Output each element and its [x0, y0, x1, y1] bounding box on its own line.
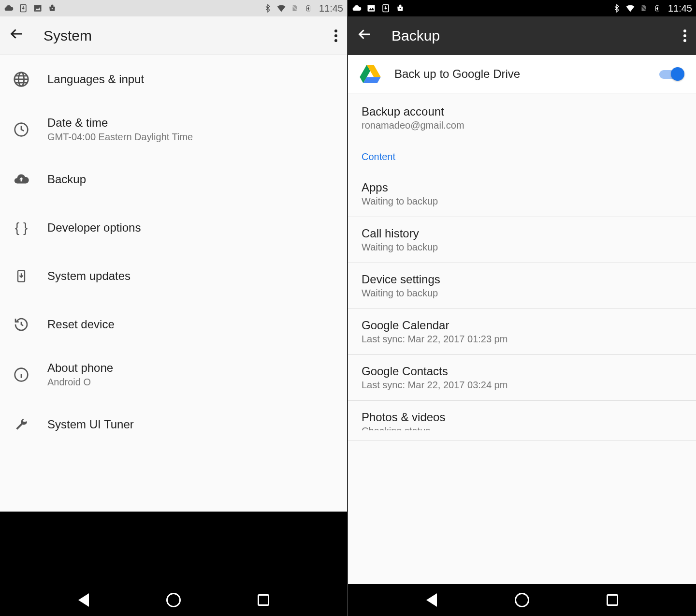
nav-home-button[interactable] [513, 591, 531, 609]
statusbar: 11:45 [0, 0, 347, 16]
cloud-icon [352, 3, 362, 13]
content-title: Photos & videos [362, 411, 682, 424]
phone-system: 11:45 System Languages & input Date & ti… [0, 0, 348, 616]
item-label: Reset device [47, 318, 115, 331]
content-item-google-contacts[interactable]: Google Contacts Last sync: Mar 22, 2017 … [348, 355, 696, 401]
item-label: System UI Tuner [47, 418, 134, 431]
drive-backup-switch[interactable] [657, 67, 684, 81]
item-label: About phone [47, 361, 113, 375]
svg-rect-1 [34, 5, 42, 11]
nav-back-button[interactable] [75, 591, 92, 609]
svg-marker-6 [307, 7, 309, 11]
page-title: System [44, 28, 334, 44]
toolbar: System [0, 16, 347, 55]
item-developer-options[interactable]: { } Developer options [0, 204, 347, 252]
item-languages-input[interactable]: Languages & input [0, 55, 347, 103]
no-sim-icon [639, 3, 649, 13]
content-title: Call history [362, 227, 682, 240]
wifi-icon [625, 3, 635, 13]
item-label: Developer options [47, 221, 141, 235]
restore-icon [10, 313, 33, 336]
navbar [348, 584, 696, 616]
overflow-menu-button[interactable] [334, 29, 337, 42]
page-title: Backup [392, 28, 683, 44]
item-label: Languages & input [47, 73, 144, 86]
content-item-google-calendar[interactable]: Google Calendar Last sync: Mar 22, 2017 … [348, 309, 696, 355]
nav-back-button[interactable] [423, 591, 440, 609]
svg-rect-17 [656, 5, 658, 6]
content-title: Device settings [362, 273, 682, 286]
content-section-header: Content [348, 143, 696, 171]
wifi-icon [276, 3, 286, 13]
content-sub: Last sync: Mar 22, 2017 03:24 pm [362, 380, 682, 391]
content-sub: Waiting to backup [362, 242, 682, 253]
backup-account-row[interactable]: Backup account ronamadeo@gmail.com [348, 93, 696, 143]
item-label: Backup [47, 173, 86, 186]
statusbar: 11:45 [348, 0, 696, 16]
status-time: 11:45 [319, 3, 343, 14]
overflow-menu-button[interactable] [683, 29, 686, 42]
store-icon [395, 3, 405, 13]
backup-account-email: ronamadeo@gmail.com [362, 120, 682, 131]
back-button[interactable] [358, 27, 372, 45]
item-sub: Android O [47, 377, 113, 388]
content-sub: Waiting to backup [362, 196, 682, 207]
info-icon [10, 363, 33, 386]
drive-backup-row[interactable]: Back up to Google Drive [348, 55, 696, 93]
nav-recents-button[interactable] [604, 591, 621, 609]
svg-rect-12 [368, 5, 375, 11]
status-time: 11:45 [668, 3, 692, 14]
store-icon [47, 3, 57, 13]
download-icon [18, 3, 28, 13]
back-button[interactable] [10, 27, 24, 44]
nav-recents-button[interactable] [255, 591, 272, 609]
download-icon [381, 3, 391, 13]
phone-down-icon [10, 264, 33, 288]
item-about-phone[interactable]: About phoneAndroid O [0, 349, 347, 400]
content-item-device-settings[interactable]: Device settings Waiting to backup [348, 263, 696, 309]
item-label: System updates [47, 269, 130, 283]
clock-icon [10, 118, 33, 141]
item-reset-device[interactable]: Reset device [0, 300, 347, 349]
image-icon [366, 3, 376, 13]
item-date-time[interactable]: Date & timeGMT-04:00 Eastern Daylight Ti… [0, 103, 347, 155]
navbar [0, 584, 347, 616]
item-system-ui-tuner[interactable]: System UI Tuner [0, 400, 347, 449]
content-sub: Checking status [362, 425, 682, 430]
braces-icon: { } [10, 216, 33, 239]
wrench-icon [10, 413, 33, 436]
content-item-photos-videos[interactable]: Photos & videos Checking status [348, 401, 696, 440]
content-sub: Last sync: Mar 22, 2017 01:23 pm [362, 334, 682, 345]
toolbar: Backup [348, 16, 696, 55]
content-item-apps[interactable]: Apps Waiting to backup [348, 171, 696, 217]
item-sub: GMT-04:00 Eastern Daylight Time [47, 132, 193, 143]
item-label: Date & time [47, 116, 193, 130]
svg-rect-5 [307, 5, 309, 6]
content-title: Apps [362, 181, 682, 194]
item-system-updates[interactable]: System updates [0, 252, 347, 300]
drive-backup-label: Back up to Google Drive [394, 67, 657, 81]
cloud-icon [4, 3, 14, 13]
backup-account-label: Backup account [362, 105, 682, 118]
battery-icon [652, 3, 662, 13]
battery-icon [304, 3, 313, 13]
google-drive-icon [360, 65, 381, 83]
bluetooth-icon [612, 3, 622, 13]
svg-marker-18 [656, 7, 658, 11]
content-item-call-history[interactable]: Call history Waiting to backup [348, 217, 696, 263]
no-sim-icon [290, 3, 300, 13]
system-list[interactable]: Languages & input Date & timeGMT-04:00 E… [0, 55, 347, 512]
globe-icon [10, 68, 33, 91]
item-backup[interactable]: Backup [0, 155, 347, 204]
nav-home-button[interactable] [165, 591, 182, 609]
bluetooth-icon [263, 3, 273, 13]
phone-backup: 11:45 Backup Back up to Google Drive Bac… [348, 0, 696, 616]
cloud-up-icon [10, 168, 33, 191]
content-sub: Waiting to backup [362, 288, 682, 299]
backup-content[interactable]: Back up to Google Drive Backup account r… [348, 55, 696, 584]
footer-gap [0, 512, 347, 584]
content-title: Google Calendar [362, 319, 682, 332]
image-icon [33, 3, 43, 13]
content-title: Google Contacts [362, 365, 682, 378]
